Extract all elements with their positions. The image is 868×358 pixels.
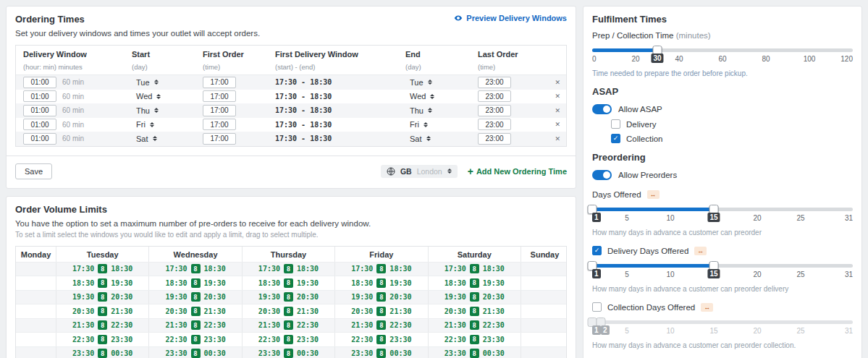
volume-slot[interactable]: 19:30820:30	[334, 291, 427, 304]
last-order-input[interactable]	[478, 77, 511, 88]
slider-track[interactable]	[592, 264, 853, 268]
volume-slot[interactable]: 21:30822:30	[148, 319, 241, 333]
start-day-select[interactable]: Sat	[132, 135, 157, 143]
volume-slot[interactable]: 19:30820:30	[428, 291, 521, 304]
ordering-table-body: 60 minTue17:30 - 18:30Tue✕60 minWed17:30…	[16, 75, 566, 146]
remove-row-button[interactable]: ✕	[546, 121, 566, 128]
window-duration-input[interactable]	[23, 90, 56, 102]
window-duration-input[interactable]	[23, 133, 56, 145]
start-day-select[interactable]: Fri	[132, 120, 154, 129]
days-offered-slider: 151015202531	[592, 208, 853, 225]
volume-slot[interactable]: 23:30800:30	[242, 347, 334, 358]
volume-limits-title: Order Volume Limits	[15, 204, 567, 215]
order-limit-badge: 8	[191, 264, 201, 273]
asap-collection-checkbox[interactable]: ✓	[611, 134, 620, 143]
start-day-select[interactable]: Wed	[132, 92, 161, 101]
volume-slot[interactable]: 22:30823:30	[242, 333, 334, 346]
volume-slot[interactable]: 20:30821:30	[334, 304, 427, 318]
volume-slot[interactable]: 17:30818:30	[334, 263, 427, 276]
sync-arrows-icon: ↔	[694, 247, 707, 255]
first-order-input[interactable]	[203, 105, 236, 116]
remove-row-button[interactable]: ✕	[546, 107, 566, 114]
volume-slot[interactable]: 21:30822:30	[428, 319, 521, 333]
allow-preorders-label: Allow Preorders	[618, 171, 677, 179]
volume-slot[interactable]: 19:30820:30	[148, 291, 241, 304]
volume-slot[interactable]: 22:30823:30	[56, 333, 148, 346]
globe-icon	[387, 167, 395, 176]
slider-tick: 20	[753, 327, 761, 335]
asap-delivery-checkbox[interactable]	[611, 119, 620, 129]
first-order-input[interactable]	[203, 133, 236, 145]
fulfilment-title: Fulfilment Times	[592, 14, 853, 25]
window-duration-input[interactable]	[23, 119, 56, 130]
volume-slot[interactable]: 20:30821:30	[56, 304, 148, 318]
order-limit-badge: 8	[98, 292, 107, 302]
volume-slot[interactable]: 19:30820:30	[242, 291, 334, 304]
collection-days-checkbox[interactable]	[592, 302, 602, 312]
first-order-input[interactable]	[203, 90, 236, 102]
volume-slot[interactable]: 17:30818:30	[56, 263, 148, 276]
volume-slot[interactable]: 21:30822:30	[242, 319, 334, 333]
slider-track[interactable]	[592, 320, 853, 324]
end-day-select[interactable]: Tue	[405, 78, 432, 87]
volume-row: 20:30821:3020:30821:3020:30821:3020:3082…	[16, 304, 566, 318]
volume-slot[interactable]: 18:30819:30	[428, 276, 521, 290]
volume-slot[interactable]: 17:30818:30	[148, 263, 241, 276]
slider-value-badge: 15	[707, 269, 720, 278]
volume-slot[interactable]: 23:30800:30	[56, 347, 148, 358]
volume-slot[interactable]: 23:30800:30	[148, 347, 241, 358]
end-day-select[interactable]: Wed	[405, 92, 434, 101]
day-header: Saturday	[428, 247, 521, 262]
volume-slot[interactable]: 22:30823:30	[148, 333, 241, 346]
volume-slot[interactable]: 18:30819:30	[148, 276, 241, 290]
end-day-select[interactable]: Sat	[405, 135, 431, 143]
volume-slot[interactable]: 19:30820:30	[56, 291, 148, 304]
volume-slot[interactable]: 23:30800:30	[334, 347, 427, 358]
volume-slot[interactable]: 23:30800:30	[428, 347, 521, 358]
last-order-input[interactable]	[478, 90, 511, 102]
window-duration-input[interactable]	[23, 105, 56, 116]
page: Ordering Times Preview Delivery Windows …	[0, 0, 868, 358]
volume-slot[interactable]: 18:30819:30	[242, 276, 334, 290]
save-button[interactable]: Save	[15, 163, 52, 179]
volume-slot[interactable]: 20:30821:30	[148, 304, 241, 318]
volume-slot[interactable]: 22:30823:30	[428, 333, 521, 346]
slider-track[interactable]	[592, 208, 853, 211]
volume-slot[interactable]: 21:30822:30	[56, 319, 148, 333]
last-order-input[interactable]	[478, 119, 511, 130]
slider-tick: 5	[625, 327, 629, 335]
start-day-select[interactable]: Thu	[132, 106, 159, 115]
volume-slot[interactable]: 20:30821:30	[242, 304, 334, 318]
volume-slot[interactable]: 17:30818:30	[428, 263, 521, 276]
first-order-input[interactable]	[203, 77, 236, 88]
order-limit-badge: 8	[284, 320, 293, 330]
locale-select[interactable]: GB London	[381, 165, 458, 178]
add-ordering-time-link[interactable]: + Add New Ordering Time	[468, 167, 567, 176]
slider-track[interactable]	[592, 48, 853, 52]
remove-row-button[interactable]: ✕	[546, 93, 566, 100]
preview-delivery-windows-link[interactable]: Preview Delivery Windows	[454, 14, 567, 22]
volume-slot[interactable]: 22:30823:30	[334, 333, 427, 346]
slider-tick: 25	[796, 327, 804, 335]
allow-asap-toggle[interactable]	[592, 104, 612, 114]
order-limit-badge: 8	[191, 292, 201, 302]
remove-row-button[interactable]: ✕	[546, 79, 566, 86]
volume-slot[interactable]: 17:30818:30	[242, 263, 334, 276]
remove-row-button[interactable]: ✕	[546, 135, 566, 142]
volume-slot[interactable]: 18:30819:30	[334, 276, 427, 290]
first-order-input[interactable]	[203, 119, 236, 130]
end-day-select[interactable]: Thu	[405, 106, 432, 115]
allow-preorders-toggle[interactable]	[592, 170, 612, 180]
last-order-input[interactable]	[478, 105, 511, 116]
window-duration-input[interactable]	[23, 77, 56, 88]
select-arrows-icon	[426, 136, 431, 141]
ordering-table-subheader: (hour: min) minutes (day) (time) (start)…	[16, 61, 566, 75]
delivery-days-checkbox[interactable]: ✓	[592, 246, 602, 255]
start-day-select[interactable]: Tue	[132, 78, 159, 87]
end-day-select[interactable]: Fri	[405, 120, 428, 129]
volume-slot[interactable]: 20:30821:30	[428, 304, 521, 318]
slider-tick: 0	[592, 55, 597, 63]
volume-slot[interactable]: 18:30819:30	[56, 276, 148, 290]
volume-slot[interactable]: 21:30822:30	[334, 319, 427, 333]
last-order-input[interactable]	[478, 133, 511, 145]
